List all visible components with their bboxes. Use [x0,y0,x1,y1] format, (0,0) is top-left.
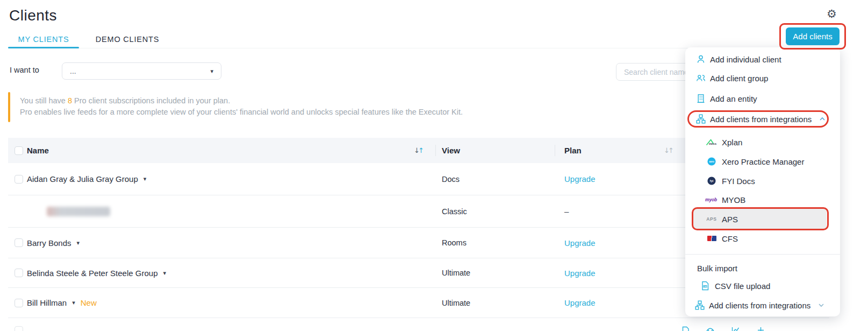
view-value: Ultimate [442,288,470,318]
i-want-to-select[interactable]: ... ▾ [62,62,221,80]
person-icon [696,54,706,64]
active-tab-underline [8,47,79,48]
column-header-plan[interactable]: Plan [564,138,582,163]
select-all-checkbox[interactable] [15,146,23,155]
column-divider [555,145,555,156]
tab-demo-clients[interactable]: DEMO CLIENTS [88,31,167,47]
menu-item-label: APS [722,215,738,224]
add-clients-button[interactable]: Add clients [786,27,840,45]
chevron-down-icon: ▾ [210,68,213,75]
chevron-up-icon [819,117,826,121]
banner-text-prefix: You still have [20,96,68,105]
caret-down-icon[interactable]: ▾ [77,240,80,247]
tab-my-clients[interactable]: MY CLIENTS [8,31,79,47]
row-checkbox[interactable] [15,269,23,277]
menu-item-add-individual-client[interactable]: Add individual client [685,50,840,69]
menu-item-label: Xplan [722,138,742,147]
document-icon[interactable] [682,326,690,331]
column-header-name[interactable]: Name [27,138,49,163]
view-value: Docs [442,163,460,195]
menu-item-add-clients-from-integrations-bottom[interactable]: Add clients from integrations [685,295,840,315]
svg-text:CSV: CSV [704,286,708,288]
sort-icon-plan[interactable]: ↓ ↑ [664,138,674,163]
client-name-text: Barry Bonds [27,238,71,248]
aps-logo: APS [705,216,718,222]
people-icon [696,73,706,83]
row-checkbox[interactable] [15,326,23,331]
menu-item-xplan[interactable]: iress Xplan [685,132,840,152]
menu-item-label: MYOB [722,195,745,205]
client-name-text: Belinda Steele & Peter Steele Group [27,269,158,278]
menu-item-add-clients-from-integrations[interactable]: Add clients from integrations [685,109,840,129]
column-header-view[interactable]: View [442,138,460,163]
row-checkbox[interactable] [15,175,23,184]
plan-value: – [564,207,569,216]
settings-gear-icon[interactable]: ⚙ [827,8,837,20]
banner-text-suffix: Pro client subscriptions included in you… [72,96,230,105]
client-name-text: Bill Hillman [27,298,67,307]
redacted-client-name [47,207,110,216]
bulk-import-section-header: Bulk import [697,258,737,278]
building-icon [696,94,706,103]
menu-item-cfs[interactable]: CFS [685,229,840,248]
menu-item-fyi-docs[interactable]: fyi FYI Docs [685,171,840,191]
client-name[interactable]: Bill Hillman ▾ New [27,288,97,318]
org-chart-icon [695,300,705,310]
svg-text:iress: iress [709,142,717,145]
xero-logo: xero [705,157,718,166]
menu-item-add-client-group[interactable]: Add client group [685,68,840,88]
plus-icon[interactable] [757,326,765,331]
iress-logo: iress [705,138,718,146]
caret-down-icon[interactable]: ▾ [163,270,167,277]
menu-item-xero-practice-manager[interactable]: xero Xero Practice Manager [685,152,840,171]
banner-count: 8 [68,96,72,105]
add-clients-menu: Add individual client Add client group A… [685,47,840,316]
upgrade-link[interactable]: Upgrade [564,298,596,307]
svg-text:xero: xero [709,160,714,163]
menu-item-csv-file-upload[interactable]: CSV CSV file upload [685,276,840,295]
caret-down-icon[interactable]: ▾ [72,299,75,306]
clients-page: Clients ⚙ MY CLIENTS DEMO CLIENTS I want… [0,0,868,331]
chart-icon[interactable] [731,326,740,331]
myob-logo: myob [705,196,718,203]
column-divider [435,145,436,156]
menu-item-add-an-entity[interactable]: Add an entity [685,89,840,108]
new-badge: New [81,298,97,307]
menu-item-label: CSV file upload [715,281,770,291]
banner-line1: You still have 8 Pro client subscription… [20,96,230,105]
share-icon[interactable] [706,326,714,331]
client-name[interactable]: Aidan Gray & Julia Gray Group ▾ [27,163,146,195]
svg-text:myob: myob [705,197,717,202]
row-checkbox[interactable] [15,238,23,247]
upgrade-link[interactable]: Upgrade [564,174,596,184]
menu-item-label: CFS [722,234,738,243]
chevron-down-icon [818,303,824,307]
view-value: Classic [442,195,467,227]
cfs-logo [705,236,718,241]
menu-item-label: Add client group [710,74,768,83]
sort-asc-arrow: ↑ [668,146,674,154]
org-chart-icon [696,114,706,124]
svg-text:fyi: fyi [710,179,714,182]
page-title: Clients [9,7,57,24]
i-want-to-label: I want to [10,66,39,74]
csv-file-icon: CSV [701,281,709,291]
sort-icon-name[interactable]: ↓ ↑ [414,138,424,163]
fyi-logo: fyi [705,177,718,185]
select-value: ... [70,67,76,75]
menu-item-myob[interactable]: myob MYOB [685,190,840,209]
menu-item-label: FYI Docs [722,177,755,186]
upgrade-link[interactable]: Upgrade [564,269,596,278]
menu-item-label: Add an entity [710,94,757,103]
sort-asc-arrow: ↑ [418,146,424,154]
banner-accent-bar [8,92,10,122]
menu-item-aps[interactable]: APS APS [685,209,840,229]
row-checkbox[interactable] [15,299,23,307]
menu-divider [685,254,840,255]
client-name[interactable]: Barry Bonds ▾ [27,228,80,258]
view-value: Ultimate [442,258,470,287]
caret-down-icon[interactable]: ▾ [144,175,147,182]
upgrade-link[interactable]: Upgrade [564,238,596,248]
client-name[interactable]: Belinda Steele & Peter Steele Group ▾ [27,258,166,287]
view-value: Rooms [442,228,467,258]
